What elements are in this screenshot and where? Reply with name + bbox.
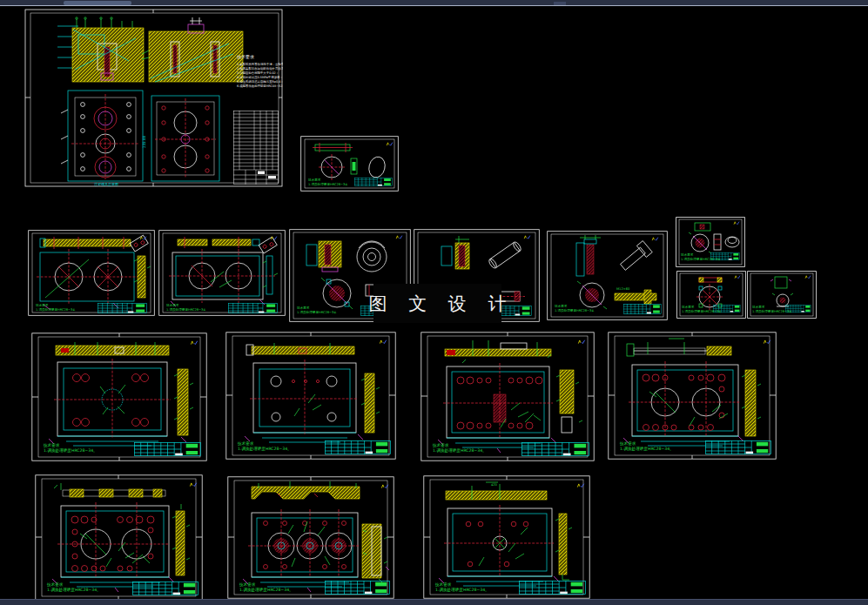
window-bottom-bar (0, 599, 868, 605)
sheet-plate-b-drawing: 技术要求 1.调质处理硬度HRC28~34。 (225, 332, 396, 460)
hf-logo (805, 276, 811, 279)
sheet-main-assembly-drawing: 235.88 注塑模具总装图 技术要求 1.装配前所有零件清洗干净，去除毛刺； … (24, 9, 283, 187)
sheet-plate-e[interactable]: 技术要求 1.调质处理硬度HRC28~34。 (35, 474, 203, 601)
cad-drawing-canvas: 235.88 注塑模具总装图 技术要求 1.装配前所有零件清洗干净，去除毛刺； … (0, 0, 868, 605)
sheet-plate-d[interactable]: 技术要求 1.调质处理硬度HRC28~34。 (608, 332, 777, 460)
sheet-plate-c[interactable]: 技术要求 1.调质处理硬度HRC28~34。 (421, 332, 595, 461)
tech-title: 技术要求 (752, 306, 765, 309)
svg-text:2.模具装配后各运动部件动作灵活无卡滞；: 2.模具装配后各运动部件动作灵活无卡滞； (237, 66, 283, 71)
sheet-moving-plate[interactable]: 技术要求 1.调质处理硬度HRC28~34。 (158, 230, 286, 316)
tech-note: 1.调质处理硬度HRC28~34。 (36, 307, 77, 312)
sheet-plate-c-drawing: 技术要求 1.调质处理硬度HRC28~34。 (421, 332, 595, 461)
sheet-screw-part-drawing: M12×60 技术要求 1.调质处理硬度HRC28~34。 (547, 231, 668, 320)
tech-note: 1.调质处理硬度HRC28~34。 (682, 309, 723, 313)
hf-logo (764, 340, 770, 344)
sheet-plate-a[interactable]: 技术要求 1.调质处理硬度HRC28~34。 (31, 333, 207, 461)
sheet-plate-f-drawing: 技术要求 1.调质处理硬度HRC28~34。 (227, 476, 394, 599)
sheet-fixed-plate-section[interactable]: 技术要求 1.调质处理硬度HRC28~34。 (28, 230, 155, 316)
hf-logo (191, 341, 197, 345)
main-caption: 注塑模具总装图 (94, 182, 118, 186)
section-view-left (57, 17, 144, 82)
sheet-plate-e-drawing: 技术要求 1.调质处理硬度HRC28~34。 (35, 474, 203, 601)
tech-note: 1.调质处理硬度HRC28~34。 (752, 309, 794, 313)
sheet-main-assembly[interactable]: 235.88 注塑模具总装图 技术要求 1.装配前所有零件清洗干净，去除毛刺； … (24, 9, 283, 187)
title-block (98, 303, 147, 313)
sheet-small-insert[interactable]: 技术要求 1.调质处理硬度HRC28~34。 (747, 271, 817, 319)
notes-block: 技术要求 1.装配前所有零件清洗干净，去除毛刺； 2.模具装配后各运动部件动作灵… (237, 54, 283, 88)
sheet-small-cap[interactable]: 技术要求 1.调质处理硬度HRC28~34。 (676, 217, 745, 267)
title-block (228, 303, 278, 313)
tech-note: 1.调质处理硬度HRC28~34。 (308, 182, 350, 186)
hf-logo (381, 485, 387, 488)
hf-logo (652, 238, 658, 241)
tech-note: 1.调质处理硬度HRC28~34。 (555, 308, 596, 313)
sheet-screw-part[interactable]: M12×60 技术要求 1.调质处理硬度HRC28~34。 (547, 231, 668, 320)
hf-logo (190, 483, 196, 487)
hf-logo (396, 236, 402, 239)
side-dim-label: 235.88 (142, 136, 146, 148)
title-block (521, 442, 589, 456)
tech-note: 1.调质处理硬度HRC28~34。 (435, 587, 489, 593)
tech-title: 技术要求 (297, 306, 310, 310)
hf-logo (577, 484, 583, 487)
tech-note: 1.调质处理硬度HRC28~34。 (620, 446, 674, 452)
title-block (623, 304, 662, 314)
hf-logo (524, 236, 530, 239)
tech-title: 技术要求 (682, 306, 695, 309)
plan-view-right: 235.88 (142, 96, 219, 181)
title-block (325, 581, 390, 595)
tech-note: 1.调质处理硬度HRC28~34。 (166, 307, 208, 312)
title-block (132, 581, 198, 595)
sheet-small-cap-drawing: 技术要求 1.调质处理硬度HRC28~34。 (676, 217, 745, 267)
section-view-right (142, 17, 243, 82)
sheet-plate-a-drawing: 技术要求 1.调质处理硬度HRC28~34。 (31, 333, 207, 461)
tech-note: 1.调质处理硬度HRC28~34。 (297, 310, 339, 314)
title-block (134, 442, 201, 456)
sheet-ring-part-drawing: 技术要求 1.调质处理硬度HRC28~34。 (300, 136, 399, 192)
tech-note: 1.调质处理硬度HRC28~34。 (238, 446, 292, 452)
screw-dim-label: M12×60 (616, 287, 630, 291)
bom-table (233, 111, 279, 185)
tech-title: 技术要求 (555, 305, 568, 308)
tech-note: 1.调质处理硬度HRC28~34。 (681, 257, 723, 261)
hf-logo (380, 340, 386, 344)
hf-logo (735, 276, 740, 279)
title-block (325, 440, 391, 454)
svg-text:1.装配前所有零件清洗干净，去除毛刺；: 1.装配前所有零件清洗干净，去除毛刺； (237, 62, 283, 66)
tech-title: 技术要求 (308, 178, 321, 182)
sheet-plate-g-drawing: 420 技术要求 1.调质处理硬度HRC28~34。 (423, 475, 590, 599)
tech-title: 技术要求 (166, 304, 179, 307)
tech-note: 1.调质处理硬度HRC28~34。 (47, 587, 101, 593)
svg-text:3.分型面贴合间隙不大于0.02；: 3.分型面贴合间隙不大于0.02； (237, 71, 279, 75)
sheet-plate-g[interactable]: 420 技术要求 1.调质处理硬度HRC28~34。 (423, 475, 590, 599)
sheet-small-insert-drawing: 技术要求 1.调质处理硬度HRC28~34。 (747, 271, 817, 319)
watermark-text: 图 文 设 计 (368, 292, 514, 316)
title-block (519, 581, 586, 595)
title-block (354, 178, 393, 186)
tech-title: 技术要求 (681, 253, 694, 257)
sheet-plate-b[interactable]: 技术要求 1.调质处理硬度HRC28~34。 (225, 332, 396, 460)
hf-logo (271, 237, 277, 240)
watermark-overlay: 图 文 设 计 (373, 284, 501, 323)
sheet-fixed-plate-section-drawing: 技术要求 1.调质处理硬度HRC28~34。 (28, 230, 155, 316)
sheet-plate-d-drawing: 技术要求 1.调质处理硬度HRC28~34。 (608, 332, 777, 460)
tech-title: 技术要求 (36, 304, 49, 307)
top-bar-widget (554, 2, 566, 5)
plan-view-left (61, 91, 143, 181)
svg-text:4.冷却水路试压0.5MPa不得渗漏；: 4.冷却水路试压0.5MPa不得渗漏； (237, 75, 283, 79)
hf-logo (578, 340, 584, 344)
tech-note: 1.调质处理硬度HRC28~34。 (44, 447, 98, 454)
top-dim-label: 420 (491, 483, 498, 487)
tech-note: 1.调质处理硬度HRC28~34。 (433, 447, 487, 454)
svg-text:6.成型零件热处理硬度HRC48~52。: 6.成型零件热处理硬度HRC48~52。 (237, 84, 283, 88)
sheet-moving-plate-drawing: 技术要求 1.调质处理硬度HRC28~34。 (158, 230, 286, 316)
sheet-plate-f[interactable]: 技术要求 1.调质处理硬度HRC28~34。 (227, 476, 394, 599)
svg-text:5.浇注系统流道表面抛光至Ra0.4；: 5.浇注系统流道表面抛光至Ra0.4； (237, 79, 283, 84)
hf-logo (734, 222, 739, 225)
sheet-small-ring-drawing: 技术要求 1.调质处理硬度HRC28~34。 (676, 271, 746, 319)
top-bar-accent-segment (64, 1, 131, 5)
notes-title: 技术要求 (237, 54, 254, 60)
sheet-small-ring[interactable]: 技术要求 1.调质处理硬度HRC28~34。 (676, 271, 746, 319)
sheet-ring-part[interactable]: 技术要求 1.调质处理硬度HRC28~34。 (300, 136, 399, 192)
tech-note: 1.调质处理硬度HRC28~34。 (239, 587, 293, 593)
